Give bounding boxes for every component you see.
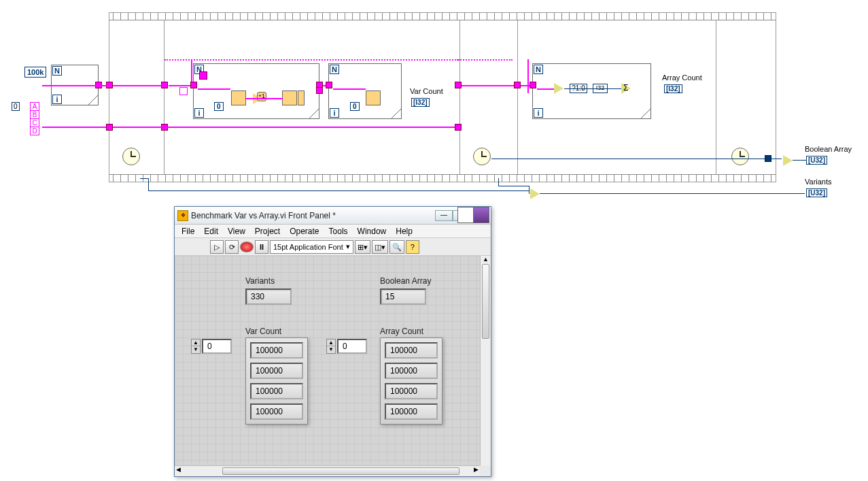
step-down-icon[interactable]: ▼ (327, 346, 335, 353)
step-up-icon[interactable]: ▲ (192, 339, 200, 346)
run-continuous-button[interactable]: ⟳ (225, 240, 239, 254)
tunnel (455, 82, 462, 88)
wire (793, 160, 806, 161)
array-count-label: Array Count (380, 327, 423, 336)
i-terminal: i (52, 95, 62, 104)
array-count-array: 100000 100000 100000 100000 (380, 337, 442, 425)
connector-pane-icon[interactable] (458, 207, 489, 223)
for-loop-inner-2: N i (328, 63, 402, 119)
wire (113, 85, 164, 86)
distribute-objects-button[interactable]: ◫▾ (372, 240, 388, 254)
tunnel (530, 82, 536, 88)
variants-output: [U32] (806, 188, 827, 197)
select-node (199, 71, 207, 80)
window-title: Benchmark Var vs Array.vi Front Panel * (191, 211, 435, 220)
variants-output-label: Variants (805, 178, 832, 186)
enum-item-d: D (30, 127, 39, 135)
wire (459, 85, 534, 86)
array-index-constant: 0 (12, 102, 20, 111)
var-count-indicator: [I32] (411, 98, 430, 107)
var-count-label: Var Count (245, 327, 281, 336)
wire (529, 186, 530, 194)
var-count-cell-0: 100000 (250, 342, 303, 359)
n-terminal: N (52, 66, 62, 76)
var-count-cell-2: 100000 (250, 383, 303, 399)
tunnel (765, 155, 771, 162)
block-diagram: 100k 0 A B C D N i N i 0 (0, 0, 868, 204)
variants-value: 330 (245, 288, 292, 305)
subtract-node-icon (783, 155, 793, 166)
wire (42, 85, 107, 86)
var-count-label: Var Count (410, 87, 443, 95)
menu-edit[interactable]: Edit (200, 225, 222, 237)
wire (537, 88, 554, 90)
search-button[interactable]: 🔍 (389, 240, 404, 254)
run-button[interactable]: ▷ (210, 240, 224, 254)
variants-label: Variants (245, 276, 292, 286)
constant-zero: 0 (350, 102, 360, 111)
vertical-scrollbar[interactable]: ▲ (480, 256, 491, 465)
boolean-array-label: Boolean Array (380, 276, 431, 286)
minimize-button[interactable]: — (435, 210, 453, 221)
wire (540, 193, 805, 194)
wire-dotted (458, 59, 513, 61)
n-terminal: N (330, 65, 339, 74)
tunnel (106, 82, 113, 88)
array-count-index-spinner[interactable]: ▲▼ (326, 339, 336, 354)
align-objects-button[interactable]: ⊞▾ (355, 240, 370, 254)
variant-set-node-2 (298, 90, 305, 105)
menu-bar: File Edit View Project Operate Tools Win… (175, 225, 491, 238)
plus-one-node: +1 (257, 92, 266, 101)
var-count-index[interactable] (202, 339, 232, 354)
array-count-indicator: [I32] (664, 84, 682, 93)
equal-comparator-icon (554, 83, 563, 94)
wire (148, 178, 149, 190)
wire (491, 159, 767, 159)
array-count-index[interactable] (337, 339, 367, 354)
step-down-icon[interactable]: ▼ (192, 346, 200, 353)
menu-file[interactable]: File (177, 225, 198, 237)
var-count-index-spinner[interactable]: ▲▼ (191, 339, 201, 354)
font-selector[interactable]: 15pt Application Font▾ (270, 240, 353, 254)
array-count-cell-0: 100000 (385, 342, 438, 359)
step-up-icon[interactable]: ▲ (327, 339, 335, 346)
titlebar[interactable]: ❖ Benchmark Var vs Array.vi Front Panel … (175, 207, 491, 225)
tunnel (455, 124, 462, 131)
wire (140, 178, 148, 179)
menu-tools[interactable]: Tools (325, 225, 352, 237)
menu-operate[interactable]: Operate (285, 225, 323, 237)
menu-view[interactable]: View (224, 225, 249, 237)
tunnel (106, 124, 113, 131)
wire (42, 127, 110, 128)
i-terminal: i (534, 108, 543, 118)
pause-button[interactable]: II (255, 240, 268, 254)
boolean-array-output-label: Boolean Array (805, 145, 852, 153)
array-count-label: Array Count (662, 73, 702, 82)
tick-count-icon (473, 148, 491, 165)
boolean-array-value: 15 (380, 288, 426, 305)
help-button[interactable]: ? (406, 240, 419, 254)
wire-dotted (164, 59, 458, 61)
var-count-cell-3: 100000 (250, 403, 303, 420)
var-count-cell-1: 100000 (250, 363, 303, 379)
toolbar: ▷ ⟳ II 15pt Application Font▾ ⊞▾ ◫▾ 🔍 ? (175, 238, 491, 256)
i-terminal: i (194, 108, 204, 118)
menu-window[interactable]: Window (353, 225, 391, 237)
wire (148, 190, 529, 191)
i-terminal: i (330, 108, 339, 118)
front-panel-grid[interactable]: Variants 330 Boolean Array 15 Var Count … (175, 256, 480, 465)
tick-count-icon (122, 148, 140, 165)
menu-help[interactable]: Help (392, 225, 417, 237)
array-count-cell-2: 100000 (385, 383, 438, 399)
menu-project[interactable]: Project (251, 225, 284, 237)
tunnel (514, 82, 521, 88)
var-count-array: 100000 100000 100000 100000 (245, 337, 308, 425)
abort-button[interactable] (240, 242, 254, 252)
wire (198, 88, 230, 90)
wire (246, 98, 283, 99)
for-loop-array: N i (532, 63, 651, 119)
wire (527, 59, 529, 93)
horizontal-scrollbar[interactable]: ◀ ▶ (175, 465, 480, 476)
tick-count-icon (731, 148, 749, 165)
constant-zero: 0 (214, 102, 224, 111)
